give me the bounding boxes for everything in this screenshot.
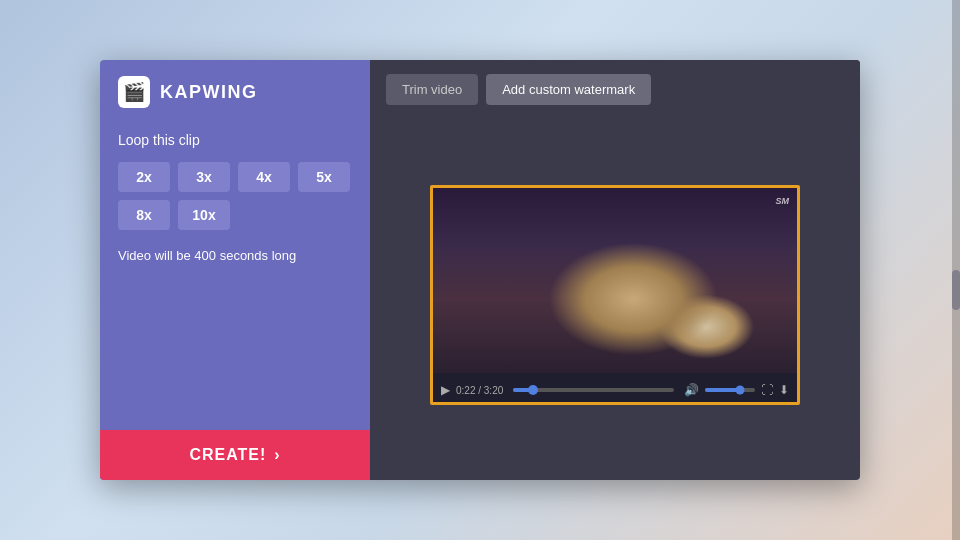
- left-panel: 🎬 KAPWING Loop this clip 2x 3x 4x 5x 8x …: [100, 60, 370, 480]
- loop-btn-5x[interactable]: 5x: [298, 162, 350, 192]
- volume-bar[interactable]: [705, 388, 755, 392]
- volume-thumb: [736, 386, 745, 395]
- video-container: SM ▶ 0:22 / 3:20 🔊 ⛶ ⬇: [430, 185, 800, 405]
- video-controls: ▶ 0:22 / 3:20 🔊 ⛶ ⬇: [433, 373, 797, 405]
- logo-bar: 🎬 KAPWING: [100, 60, 370, 122]
- loop-btn-3x[interactable]: 3x: [178, 162, 230, 192]
- progress-bar[interactable]: [513, 388, 674, 392]
- play-button[interactable]: ▶: [441, 383, 450, 397]
- download-button[interactable]: ⬇: [779, 383, 789, 397]
- loop-btn-8x[interactable]: 8x: [118, 200, 170, 230]
- add-watermark-button[interactable]: Add custom watermark: [486, 74, 651, 105]
- create-label: CREATE!: [189, 446, 266, 464]
- time-display: 0:22 / 3:20: [456, 385, 503, 396]
- panel-content: Loop this clip 2x 3x 4x 5x 8x 10x Video …: [100, 122, 370, 430]
- volume-icon[interactable]: 🔊: [684, 383, 699, 397]
- toolbar: Trim video Add custom watermark: [370, 60, 860, 119]
- loop-buttons-row2: 8x 10x: [118, 200, 352, 230]
- duration-text: Video will be 400 seconds long: [118, 248, 352, 263]
- progress-thumb: [528, 385, 538, 395]
- app-logo-icon: 🎬: [118, 76, 150, 108]
- app-logo-text: KAPWING: [160, 82, 258, 103]
- video-watermark: SM: [776, 196, 790, 206]
- loop-btn-4x[interactable]: 4x: [238, 162, 290, 192]
- loop-btn-10x[interactable]: 10x: [178, 200, 230, 230]
- app-window: 🎬 KAPWING Loop this clip 2x 3x 4x 5x 8x …: [100, 60, 860, 480]
- create-button[interactable]: CREATE! ›: [100, 430, 370, 480]
- video-area: SM ▶ 0:22 / 3:20 🔊 ⛶ ⬇: [370, 119, 860, 480]
- fullscreen-button[interactable]: ⛶: [761, 383, 773, 397]
- loop-buttons-row1: 2x 3x 4x 5x: [118, 162, 352, 192]
- loop-label: Loop this clip: [118, 132, 352, 148]
- loop-btn-2x[interactable]: 2x: [118, 162, 170, 192]
- create-arrow: ›: [274, 446, 280, 464]
- video-thumbnail: SM: [433, 188, 797, 373]
- trim-video-button[interactable]: Trim video: [386, 74, 478, 105]
- right-panel: Trim video Add custom watermark SM ▶ 0:2…: [370, 60, 860, 480]
